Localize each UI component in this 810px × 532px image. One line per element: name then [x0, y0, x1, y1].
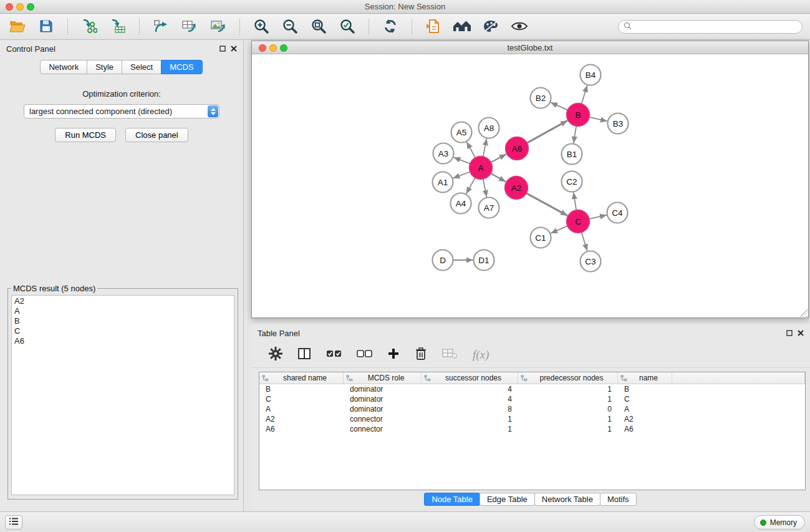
node-A4[interactable]: A4	[451, 193, 471, 214]
edge-B-B3[interactable]	[589, 117, 607, 121]
node-A1[interactable]: A1	[433, 172, 453, 193]
close-network-window-button[interactable]	[259, 44, 266, 52]
search-box[interactable]	[618, 20, 803, 34]
node-C[interactable]: C	[567, 210, 590, 233]
node-C2[interactable]: C2	[562, 172, 582, 192]
close-panel-icon[interactable]	[231, 44, 237, 54]
tab-network-table[interactable]: Network Table	[534, 493, 600, 506]
function-builder-button[interactable]: f(x)	[473, 348, 489, 362]
edge-A-A3[interactable]	[453, 157, 470, 163]
node-C3[interactable]: C3	[581, 251, 601, 272]
open-session-button[interactable]	[7, 17, 27, 36]
tab-mcds[interactable]: MCDS	[161, 60, 202, 74]
edge-A-A1[interactable]	[453, 172, 470, 178]
fullscreen-window-button[interactable]	[27, 3, 34, 11]
table-row[interactable]: Bdominator41B	[259, 384, 805, 394]
table-row[interactable]: A6connector11A6	[259, 424, 805, 434]
column-header-successor-nodes[interactable]: successor nodes	[422, 372, 518, 384]
table-row[interactable]: Cdominator41C	[259, 394, 805, 404]
node-A5[interactable]: A5	[451, 122, 472, 143]
edge-A-A7[interactable]	[483, 179, 487, 197]
column-header-MCDS-role[interactable]: MCDS role	[344, 372, 422, 384]
export-image-button[interactable]	[208, 17, 228, 36]
edge-A-A8[interactable]	[483, 138, 487, 157]
task-history-button[interactable]	[5, 515, 22, 530]
edge-C-C3[interactable]	[582, 233, 587, 251]
node-B1[interactable]: B1	[562, 144, 582, 165]
tab-select[interactable]: Select	[122, 60, 162, 74]
node-A7[interactable]: A7	[479, 198, 499, 218]
import-document-button[interactable]	[423, 17, 443, 36]
edge-B-B2[interactable]	[551, 102, 567, 110]
import-network-button[interactable]	[79, 17, 99, 36]
export-table-button[interactable]	[180, 17, 200, 36]
select-all-columns-button[interactable]	[326, 349, 342, 360]
show-columns-button[interactable]	[297, 347, 311, 362]
add-column-button[interactable]	[387, 347, 400, 362]
minimize-window-button[interactable]	[16, 3, 24, 11]
edge-A2-C[interactable]	[526, 193, 567, 216]
mcds-result-item[interactable]: A6	[14, 336, 231, 346]
node-B[interactable]: B	[567, 104, 590, 127]
float-panel-icon[interactable]	[219, 44, 226, 54]
column-header-name[interactable]: name	[618, 372, 672, 384]
graphics-details-button[interactable]	[481, 17, 501, 36]
mcds-result-item[interactable]: B	[14, 316, 231, 326]
zoom-network-window-button[interactable]	[280, 44, 287, 52]
node-B2[interactable]: B2	[531, 88, 551, 109]
edge-C-C4[interactable]	[589, 215, 607, 219]
run-mcds-button[interactable]: Run MCDS	[55, 128, 116, 142]
unselect-all-columns-button[interactable]	[357, 349, 372, 360]
delete-column-button[interactable]	[415, 347, 427, 362]
node-D[interactable]: D	[433, 250, 453, 271]
delete-table-button[interactable]	[442, 348, 458, 361]
node-A8[interactable]: A8	[479, 118, 499, 138]
search-input[interactable]	[635, 22, 797, 31]
zoom-out-button[interactable]	[280, 17, 300, 36]
node-B4[interactable]: B4	[581, 65, 601, 85]
refresh-view-button[interactable]	[380, 17, 400, 36]
window-resize-grip[interactable]	[800, 309, 808, 317]
minimize-network-window-button[interactable]	[269, 44, 277, 52]
show-hide-button[interactable]	[509, 17, 529, 36]
node-A6[interactable]: A6	[506, 137, 529, 160]
tab-motifs[interactable]: Motifs	[600, 493, 637, 506]
close-panel-icon[interactable]	[798, 329, 804, 338]
mcds-result-item[interactable]: C	[14, 326, 231, 336]
node-D1[interactable]: D1	[474, 250, 494, 271]
mcds-result-item[interactable]: A2	[14, 296, 231, 306]
node-C4[interactable]: C4	[607, 203, 628, 223]
edge-A-A4[interactable]	[466, 178, 475, 194]
edge-B-B1[interactable]	[574, 126, 576, 143]
node-B3[interactable]: B3	[608, 114, 629, 134]
float-panel-icon[interactable]	[786, 329, 793, 338]
column-header-shared-name[interactable]: shared name	[259, 372, 344, 384]
close-window-button[interactable]	[6, 3, 13, 11]
edge-A-A6[interactable]	[491, 154, 506, 162]
edge-C-C1[interactable]	[551, 226, 567, 233]
node-A3[interactable]: A3	[433, 143, 454, 164]
optimization-criterion-select[interactable]: largest connected component (directed)	[24, 104, 219, 118]
edge-A-A2[interactable]	[491, 173, 506, 181]
mcds-result-item[interactable]: A	[14, 306, 231, 316]
tab-style[interactable]: Style	[87, 60, 122, 74]
tab-edge-table[interactable]: Edge Table	[480, 493, 535, 506]
mcds-result-list[interactable]: A2ABCA6	[11, 295, 234, 495]
column-header-predecessor-nodes[interactable]: predecessor nodes	[518, 372, 618, 384]
node-A2[interactable]: A2	[505, 177, 528, 200]
edge-B-B4[interactable]	[582, 85, 587, 104]
table-row[interactable]: Adominator80A	[259, 404, 805, 414]
import-table-button[interactable]	[108, 17, 128, 36]
node-C1[interactable]: C1	[531, 228, 551, 248]
memory-button[interactable]: Memory	[754, 515, 805, 530]
tab-node-table[interactable]: Node Table	[424, 493, 480, 506]
zoom-selected-button[interactable]	[337, 17, 357, 36]
table-settings-button[interactable]	[269, 347, 282, 362]
edge-A6-B[interactable]	[527, 120, 567, 143]
tab-network[interactable]: Network	[40, 60, 87, 74]
node-A[interactable]: A	[470, 157, 493, 180]
edge-A-A5[interactable]	[466, 142, 475, 157]
zoom-in-button[interactable]	[251, 17, 271, 36]
zoom-fit-button[interactable]	[309, 17, 329, 36]
save-session-button[interactable]	[36, 17, 56, 36]
